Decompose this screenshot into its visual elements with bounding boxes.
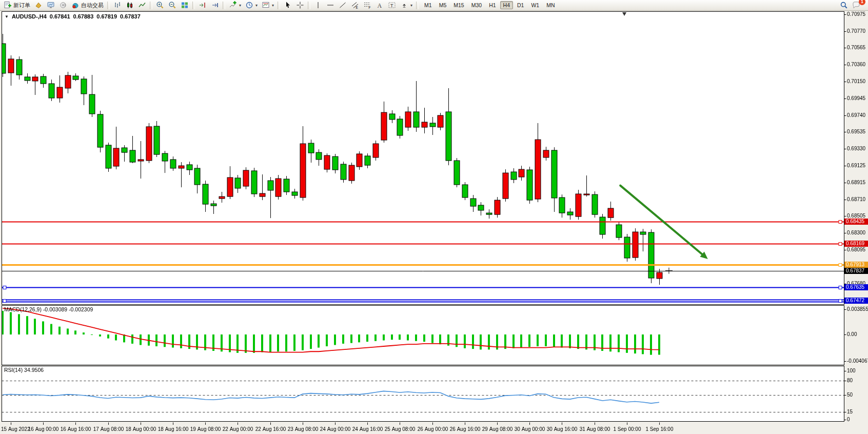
- periods-icon: [245, 1, 253, 9]
- timeframe-h1[interactable]: H1: [486, 1, 499, 9]
- mt4-window: 新订单 自动交易: [0, 0, 868, 434]
- market-watch-button[interactable]: [32, 0, 45, 11]
- timeframe-h4[interactable]: H4: [500, 1, 513, 9]
- rsi-name: RSI(14): [4, 367, 23, 373]
- auto-trading-button[interactable]: 自动交易: [69, 0, 106, 11]
- tile-windows-button[interactable]: [179, 0, 191, 11]
- fibonacci-button[interactable]: F: [361, 0, 373, 11]
- text-button[interactable]: A: [373, 0, 386, 11]
- price-tag-current: 0.67837: [844, 268, 868, 274]
- candles-chart-button[interactable]: [124, 0, 136, 11]
- svg-text:A: A: [378, 2, 382, 9]
- rsi-value: 34.9506: [24, 367, 44, 373]
- auto-trading-icon: [71, 1, 80, 9]
- macd-panel[interactable]: [2, 305, 844, 365]
- candles-chart-icon: [126, 1, 134, 9]
- price-tag-resistance-2: 0.68169: [844, 241, 868, 247]
- svg-text:T: T: [390, 3, 393, 8]
- price-tag-support-blue-2: 0.67472: [844, 298, 868, 304]
- dropdown-arrow-icon: ▾: [239, 3, 241, 8]
- one-click-trading-icon[interactable]: ▼: [5, 14, 9, 19]
- line-chart-button[interactable]: [136, 0, 148, 11]
- timeframe-m5[interactable]: M5: [436, 1, 450, 9]
- new-order-label: 新订单: [13, 2, 30, 9]
- arrows-button[interactable]: ▾: [398, 0, 415, 11]
- toolbar-separator: [150, 2, 152, 9]
- symbol-label: AUDUSD-,H4: [12, 13, 47, 19]
- timeframe-m30[interactable]: M30: [468, 1, 485, 9]
- search-button[interactable]: [838, 0, 850, 11]
- timeframe-w1[interactable]: W1: [528, 1, 542, 9]
- cursor-button[interactable]: [282, 0, 294, 11]
- trendline-button[interactable]: [337, 0, 349, 11]
- horizontal-line-icon: [326, 1, 334, 9]
- indicators-button[interactable]: ▾: [227, 0, 243, 11]
- timeframe-mn[interactable]: MN: [543, 1, 558, 9]
- search-icon: [840, 1, 848, 9]
- auto-scroll-button[interactable]: [209, 0, 221, 11]
- new-order-button[interactable]: 新订单: [2, 0, 32, 11]
- timeframe-d1[interactable]: D1: [514, 1, 527, 9]
- new-order-icon: [4, 1, 12, 9]
- svg-text:F: F: [369, 6, 371, 9]
- svg-text:E: E: [356, 6, 359, 9]
- terminal-button[interactable]: [45, 0, 57, 11]
- zoom-out-button[interactable]: [166, 0, 179, 11]
- toolbar: 新订单 自动交易: [0, 0, 868, 11]
- arrows-icon: [400, 1, 408, 9]
- chart-shift-button[interactable]: [196, 0, 209, 11]
- templates-icon: [262, 1, 270, 9]
- terminal-icon: [47, 1, 55, 9]
- auto-scroll-icon: [211, 1, 219, 9]
- price-tag-support-blue-1: 0.67635: [844, 284, 868, 290]
- open-value: 0.67841: [50, 13, 70, 19]
- text-label-button[interactable]: T: [386, 0, 398, 11]
- macd-values: -0.003089 -0.002309: [43, 306, 93, 312]
- fibonacci-icon: F: [363, 1, 371, 9]
- close-value: 0.67837: [120, 13, 141, 19]
- timeframe-m15[interactable]: M15: [450, 1, 467, 9]
- macd-label: MACD(12,26,9) -0.003089 -0.002309: [4, 306, 93, 312]
- high-value: 0.67883: [73, 13, 94, 19]
- price-tag-resistance-1: 0.68435: [844, 219, 868, 225]
- trendline-icon: [339, 1, 347, 9]
- toolbar-separator: [278, 2, 280, 9]
- price-tag-support-orange: 0.67913: [844, 262, 868, 268]
- price-panel[interactable]: [2, 11, 844, 305]
- signals-icon: [59, 1, 67, 9]
- text-label-icon: T: [388, 1, 396, 9]
- cursor-icon: [284, 1, 292, 9]
- toolbar-separator: [107, 2, 110, 9]
- zoom-in-icon: [156, 1, 164, 9]
- toolbar-separator: [308, 2, 310, 9]
- channel-button[interactable]: E: [349, 0, 361, 11]
- channel-icon: E: [351, 1, 359, 9]
- periods-button[interactable]: ▾: [243, 0, 260, 11]
- bars-chart-button[interactable]: [111, 0, 124, 11]
- notification-badge: 1: [859, 0, 865, 5]
- zoom-out-icon: [168, 1, 176, 9]
- rsi-label: RSI(14) 34.9506: [4, 367, 44, 373]
- zoom-in-button[interactable]: [154, 0, 166, 11]
- timeframe-m1[interactable]: M1: [421, 1, 435, 9]
- dropdown-arrow-icon: ▾: [410, 3, 412, 8]
- signals-button[interactable]: [57, 0, 69, 11]
- templates-button[interactable]: ▾: [260, 0, 276, 11]
- macd-name: MACD(12,26,9): [4, 306, 42, 312]
- time-scale[interactable]: [0, 422, 844, 434]
- line-chart-icon: [138, 1, 146, 9]
- crosshair-icon: [296, 1, 304, 9]
- chart-shift-icon: [199, 1, 207, 9]
- indicators-icon: [229, 1, 237, 9]
- price-scale[interactable]: [844, 11, 868, 422]
- bars-chart-icon: [113, 1, 122, 9]
- toolbar-separator: [223, 2, 225, 9]
- crosshair-button[interactable]: [294, 0, 306, 11]
- vertical-line-button[interactable]: [312, 0, 324, 11]
- chart-title[interactable]: ▼ AUDUSD-,H4 0.67841 0.67883 0.67819 0.6…: [5, 13, 141, 19]
- auto-trading-label: 自动交易: [81, 2, 104, 9]
- tile-windows-icon: [181, 1, 189, 9]
- chat-button[interactable]: 1: [850, 0, 863, 11]
- horizontal-line-button[interactable]: [324, 0, 337, 11]
- rsi-panel[interactable]: [2, 366, 844, 422]
